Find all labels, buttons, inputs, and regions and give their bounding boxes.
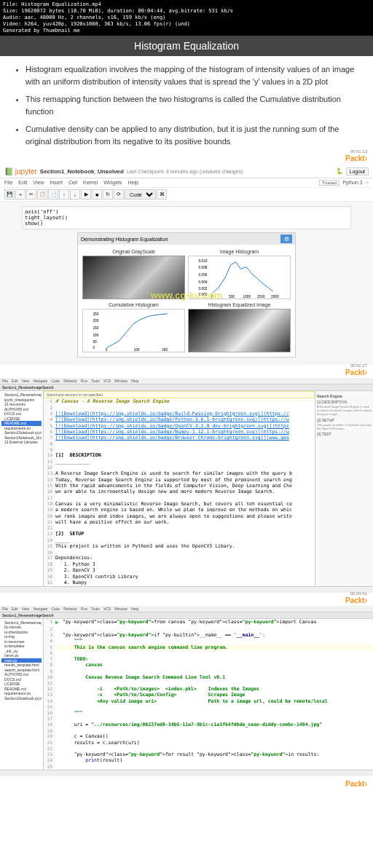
editor-line[interactable]: 5 This is the canvas search engine comma…	[44, 644, 373, 650]
copy-icon[interactable]: 📋	[37, 189, 47, 200]
menu-insert[interactable]: Insert	[50, 180, 63, 186]
menu-help[interactable]: Help	[128, 180, 138, 186]
editor-line[interactable]: 14 <Any valid image uri> Path to a image…	[44, 698, 373, 704]
editor-readme[interactable]: 1# Canvas - A Reverse Image Search Engin…	[44, 398, 315, 585]
editor-line[interactable]: 3[![Download](https://img.shields.io/bad…	[44, 411, 315, 417]
trusted-badge[interactable]: Trusted	[319, 180, 339, 186]
editor-line[interactable]: 1▶"py-keyword">class="py-keyword">from c…	[44, 619, 373, 626]
editor-line[interactable]: 12	[44, 465, 315, 470]
move-down-icon[interactable]: ↓	[70, 189, 80, 200]
menu-item[interactable]: Run	[81, 607, 87, 611]
editor-line[interactable]: 20we rank images and index images, we ar…	[44, 513, 315, 519]
editor-line[interactable]: 13A Reverse Image Search Engine is used …	[44, 470, 315, 476]
menu-item[interactable]: File	[2, 379, 8, 383]
editor-line[interactable]: 16we are able to incrementally design ne…	[44, 489, 315, 494]
menu-item[interactable]: Tools	[91, 607, 100, 611]
menu-item[interactable]: View	[22, 607, 30, 611]
stop-icon[interactable]: ■	[92, 189, 102, 200]
editor-line[interactable]: 5[![Download](https://img.shields.io/bad…	[44, 423, 315, 429]
editor-line[interactable]: 4[![Download](https://img.shields.io/bad…	[44, 417, 315, 422]
menu-view[interactable]: View	[33, 180, 44, 186]
editor-line[interactable]: 17	[44, 495, 315, 501]
menu-edit[interactable]: Edit	[18, 180, 27, 186]
project-tree[interactable]: Section1_ReverseImageSearch by-canvas to…	[0, 619, 44, 770]
warning-bar[interactable]: Salesforce account is not specified	[44, 391, 315, 398]
editor-line[interactable]: 27Dependencies:	[44, 555, 315, 561]
paste-icon[interactable]: 📄	[48, 189, 58, 200]
save-icon[interactable]: 💾	[4, 189, 15, 200]
menu-item[interactable]: Help	[131, 607, 138, 611]
editor-line[interactable]: 16 """	[44, 710, 373, 716]
editor-line[interactable]: 7 TODO:	[44, 656, 373, 662]
editor-line[interactable]: 19a modern search engine is based on. Wh…	[44, 507, 315, 513]
menu-item[interactable]: Window	[114, 379, 127, 383]
panel-item[interactable]: [3] TEST	[317, 432, 372, 436]
menu-item[interactable]: Edit	[12, 607, 18, 611]
menu-item[interactable]: Edit	[12, 379, 18, 383]
editor-line[interactable]: 18Canvas is a very minimalistic Reverse …	[44, 501, 315, 507]
code-cell[interactable]: axis('off') tight_layout() show()	[22, 206, 351, 229]
editor-line[interactable]: 14Today, Reverse Image Search Engine is …	[44, 477, 315, 483]
notebook-name[interactable]: Section1_Notebook_Unsolved	[40, 168, 124, 175]
editor-line[interactable]: 30 3. OpenCV3 contrib Library	[44, 574, 315, 580]
ide-breadcrumb[interactable]: Section1_ReverseImageSearch	[0, 384, 373, 391]
menu-item[interactable]: Navigate	[33, 607, 47, 611]
editor-line[interactable]: 7[![Download](https://img.shields.io/bad…	[44, 435, 315, 441]
editor-line[interactable]: 29 2. OpenCV 3	[44, 567, 315, 573]
editor-line[interactable]: 10 Canvas Revese Image Search Command Li…	[44, 674, 373, 680]
menu-item[interactable]: Code	[51, 379, 60, 383]
command-palette-icon[interactable]: ⌘	[157, 189, 167, 200]
editor-line[interactable]: 2	[44, 626, 373, 632]
tree-item[interactable]: 12 External Libraries	[1, 440, 42, 445]
editor-line[interactable]: 31 4. Numpy	[44, 580, 315, 585]
editor-line[interactable]: 19	[44, 728, 373, 734]
menu-item[interactable]: VCS	[103, 379, 111, 383]
editor-line[interactable]: 3"py-keyword">class="py-keyword">if "py-…	[44, 632, 373, 638]
kernel-name[interactable]: Python 3	[342, 180, 363, 186]
cell-type-select[interactable]: Code	[125, 189, 156, 200]
editor-line[interactable]: 24 print(result)	[44, 757, 373, 763]
editor-line[interactable]: 9	[44, 447, 315, 453]
editor-line[interactable]: 23 "py-keyword">class="py-keyword">for r…	[44, 751, 373, 757]
menu-item[interactable]: Window	[114, 607, 127, 611]
editor-line[interactable]: 26	[44, 550, 315, 556]
menu-kernel[interactable]: Kernel	[83, 180, 98, 186]
editor-line[interactable]: 22	[44, 525, 315, 531]
tree-item[interactable]: results_template.html	[1, 663, 42, 668]
menu-item[interactable]: View	[22, 379, 30, 383]
menu-widgets[interactable]: Widgets	[103, 180, 122, 186]
project-tree[interactable]: Section1_ReverseImageSearch ipynb_checkp…	[0, 391, 44, 585]
menu-cell[interactable]: Cell	[68, 180, 77, 186]
editor-line[interactable]: 20 c = Canvas()	[44, 733, 373, 739]
editor-line[interactable]: 12 -i <Path/to/images> <index.pkl> Index…	[44, 686, 373, 692]
tree-item[interactable]: Section1Notebook.ipynb	[1, 696, 42, 701]
editor-line[interactable]: 28 1. Python 3	[44, 561, 315, 567]
menu-item[interactable]: File	[2, 607, 8, 611]
menu-item[interactable]: Run	[81, 379, 87, 383]
editor-line[interactable]: 17	[44, 716, 373, 722]
editor-line[interactable]: 23[2] SETUP	[44, 531, 315, 537]
editor-line[interactable]: 8 canvas	[44, 662, 373, 668]
menu-item[interactable]: Code	[51, 607, 60, 611]
gear-icon[interactable]: ⚙	[280, 234, 292, 243]
editor-line[interactable]: 25	[44, 764, 373, 770]
editor-line[interactable]: 6	[44, 650, 373, 656]
editor-line[interactable]: 21 results = c.search(uri)	[44, 740, 373, 746]
editor-line[interactable]: 18 uri = "../resources/img/0b237ed0-34b5…	[44, 722, 373, 727]
tree-item[interactable]: Section1Notebook.ipynb	[1, 430, 42, 435]
menu-item[interactable]: Refactor	[63, 379, 77, 383]
restart-run-icon[interactable]: ⟳	[114, 189, 124, 200]
editor-line[interactable]: 2	[44, 405, 315, 411]
add-cell-icon[interactable]: +	[15, 189, 25, 200]
ide-breadcrumb[interactable]: Section1_ReverseImageSearch	[0, 612, 373, 619]
panel-item[interactable]: [1] DESCRIPTION	[317, 400, 372, 404]
editor-line[interactable]: 4 """	[44, 638, 373, 644]
editor-line[interactable]: 1# Canvas - A Reverse Image Search Engin…	[44, 398, 315, 404]
editor-line[interactable]: 11____________	[44, 459, 315, 465]
move-up-icon[interactable]: ↑	[59, 189, 69, 200]
menu-item[interactable]: Tools	[91, 379, 100, 383]
editor-line[interactable]: 13 -s <Path/to/Scape/Config> Scrapes Ima…	[44, 692, 373, 698]
logout-button[interactable]: Logout	[346, 167, 369, 175]
restart-icon[interactable]: ↻	[103, 189, 113, 200]
editor-line[interactable]: 24_____	[44, 537, 315, 543]
